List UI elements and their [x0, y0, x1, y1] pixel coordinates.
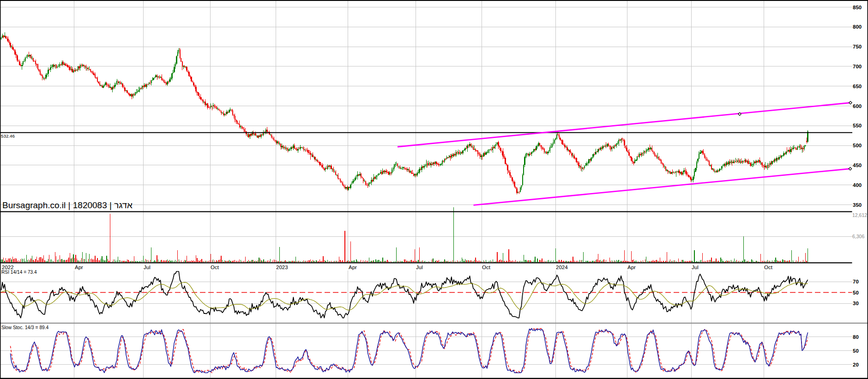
svg-text:600: 600: [853, 103, 862, 109]
svg-text:70: 70: [853, 279, 859, 284]
svg-text:Apr: Apr: [75, 265, 83, 270]
svg-text:Apr: Apr: [349, 265, 357, 270]
svg-text:50: 50: [853, 348, 859, 354]
svg-text:Jul: Jul: [416, 265, 423, 270]
svg-text:350: 350: [853, 202, 862, 208]
svg-text:532.46: 532.46: [1, 133, 15, 138]
svg-text:400: 400: [853, 182, 862, 188]
svg-text:450: 450: [853, 162, 862, 168]
svg-text:550: 550: [853, 123, 862, 128]
svg-text:500: 500: [853, 143, 862, 148]
svg-text:800: 800: [853, 24, 862, 30]
svg-text:Jul: Jul: [144, 265, 151, 270]
svg-text:Oct: Oct: [211, 265, 219, 270]
svg-text:20: 20: [853, 362, 859, 367]
svg-text:750: 750: [853, 44, 862, 49]
svg-text:30: 30: [853, 301, 859, 306]
svg-text:6,306: 6,306: [852, 234, 864, 239]
svg-text:Jul: Jul: [692, 265, 699, 270]
svg-text:Bursagraph.co.il | 1820083 | א: Bursagraph.co.il | 1820083 | אדגר: [2, 200, 133, 210]
svg-text:700: 700: [853, 64, 862, 69]
svg-text:Oct: Oct: [764, 265, 773, 270]
svg-text:80: 80: [853, 334, 859, 340]
svg-text:850: 850: [853, 5, 862, 10]
svg-text:50: 50: [853, 290, 859, 295]
svg-text:Oct: Oct: [482, 265, 491, 270]
svg-text:RSI 14/14 = 73.4: RSI 14/14 = 73.4: [1, 270, 37, 275]
svg-text:Apr: Apr: [627, 265, 636, 270]
svg-text:12,612: 12,612: [852, 212, 867, 218]
svg-text:2022: 2022: [2, 265, 14, 270]
svg-text:2023: 2023: [276, 265, 288, 270]
svg-text:2024: 2024: [556, 265, 568, 270]
svg-text:Slow Stoc. 14/3 = 89.4: Slow Stoc. 14/3 = 89.4: [1, 325, 49, 330]
svg-text:650: 650: [853, 84, 862, 89]
